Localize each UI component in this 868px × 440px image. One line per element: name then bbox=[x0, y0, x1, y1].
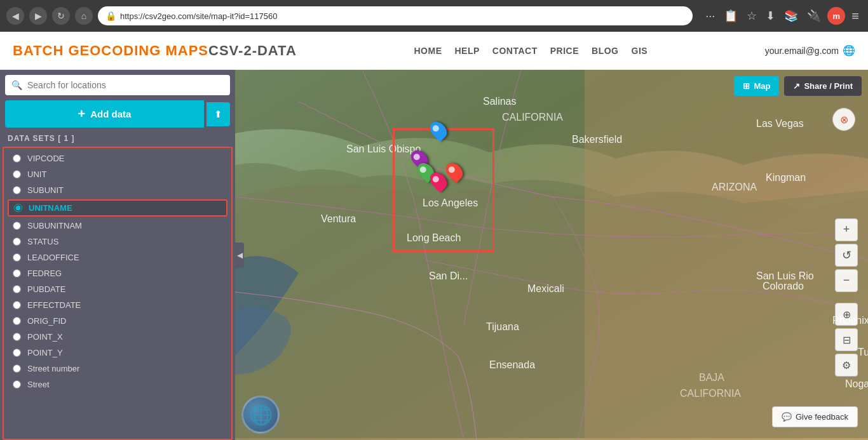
dataset-item-subunit[interactable]: SUBUNIT bbox=[4, 182, 231, 198]
download-button[interactable]: ⬇ bbox=[763, 8, 778, 24]
url-bar[interactable]: 🔒 https://csv2geo.com/site/map-it?id=117… bbox=[98, 6, 693, 25]
search-icon: 🔍 bbox=[11, 80, 22, 90]
dataset-radio-leadoffice[interactable] bbox=[13, 253, 21, 262]
collapse-handle[interactable]: ◀ bbox=[235, 243, 244, 268]
back-button[interactable]: ◀ bbox=[6, 7, 24, 25]
dataset-label-street number: Street number bbox=[27, 364, 79, 373]
dataset-label-orig_fid: ORIG_FID bbox=[27, 316, 66, 326]
dataset-radio-subunit[interactable] bbox=[13, 186, 21, 194]
map-area[interactable]: CALIFORNIA ARIZONA BAJA CALIFORNIA Salin… bbox=[235, 70, 868, 440]
dataset-radio-point_y[interactable] bbox=[13, 349, 21, 357]
map-view-button[interactable]: ⊞ Map bbox=[734, 76, 779, 96]
layers-button[interactable]: ⊟ bbox=[835, 328, 858, 351]
home-button[interactable]: ⌂ bbox=[75, 7, 93, 25]
zoom-in-button[interactable]: + bbox=[835, 218, 858, 241]
map-btn-label: Map bbox=[754, 81, 770, 91]
dataset-item-leadoffice[interactable]: LEADOFFICE bbox=[4, 250, 231, 265]
share-print-button[interactable]: ↗ Share / Print bbox=[784, 76, 862, 96]
svg-text:CALIFORNIA: CALIFORNIA bbox=[502, 112, 563, 123]
dataset-radio-vipcode[interactable] bbox=[13, 154, 21, 163]
location-target-button[interactable]: ⊕ bbox=[835, 303, 858, 326]
add-data-button[interactable]: + Add data bbox=[5, 100, 204, 128]
dataset-item-street[interactable]: Street bbox=[4, 377, 231, 392]
globe-icon: 🌐 bbox=[843, 44, 855, 57]
plus-icon: + bbox=[78, 107, 86, 121]
feedback-icon: 💬 bbox=[782, 412, 792, 422]
map-controls: ⊞ Map ↗ Share / Print bbox=[734, 76, 862, 96]
nav-gis[interactable]: GIS bbox=[632, 46, 648, 56]
feedback-button[interactable]: 💬 Give feedback bbox=[772, 406, 858, 427]
dataset-item-street_number[interactable]: Street number bbox=[4, 361, 231, 377]
svg-text:ARIZONA: ARIZONA bbox=[712, 182, 757, 192]
dataset-label-vipcode: VIPCODE bbox=[27, 154, 65, 163]
svg-text:Las Vegas: Las Vegas bbox=[756, 118, 804, 129]
globe-watermark: 🌐 bbox=[241, 396, 280, 434]
svg-text:CALIFORNIA: CALIFORNIA bbox=[680, 388, 741, 399]
dataset-item-effectdate[interactable]: EFFECTDATE bbox=[4, 297, 231, 313]
dataset-item-fedreg[interactable]: FEDREG bbox=[4, 265, 231, 281]
dataset-radio-effectdate[interactable] bbox=[13, 301, 21, 309]
app-logo: BATCH GEOCODING MAPS CSV-2-DATA bbox=[13, 43, 297, 59]
dataset-label-subunitnam: SUBUNITNAM bbox=[27, 221, 82, 230]
dataset-radio-fedreg[interactable] bbox=[13, 269, 21, 277]
dataset-label-effectdate: EFFECTDATE bbox=[27, 300, 81, 310]
user-email: your.email@g.com bbox=[765, 46, 839, 56]
dataset-radio-status[interactable] bbox=[13, 237, 21, 246]
dataset-item-vipcode[interactable]: VIPCODE bbox=[4, 150, 231, 166]
dataset-radio-street number[interactable] bbox=[13, 364, 21, 373]
extensions-button[interactable]: 🔌 bbox=[804, 8, 824, 24]
bookmark-button[interactable]: ☆ bbox=[744, 8, 759, 24]
dataset-radio-unit[interactable] bbox=[13, 170, 21, 178]
dataset-item-orig_fid[interactable]: ORIG_FID bbox=[4, 313, 231, 329]
pocket-button[interactable]: 📋 bbox=[721, 8, 740, 24]
nav-home[interactable]: HOME bbox=[414, 46, 442, 56]
nav-help[interactable]: HELP bbox=[455, 46, 480, 56]
svg-text:Bakersfield: Bakersfield bbox=[572, 134, 622, 145]
map-watermark: 🌐 bbox=[241, 396, 280, 434]
user-avatar[interactable]: m bbox=[827, 7, 845, 25]
svg-text:Tucson: Tucson bbox=[858, 347, 868, 357]
dataset-item-status[interactable]: STATUS bbox=[4, 234, 231, 250]
share-print-label: Share / Print bbox=[804, 81, 853, 91]
datasets-title: DATA SETS bbox=[8, 134, 58, 143]
nav-price[interactable]: PRICE bbox=[550, 46, 579, 56]
dataset-label-fedreg: FEDREG bbox=[27, 269, 62, 278]
svg-text:Salinas: Salinas bbox=[483, 96, 516, 107]
logo-gray: CSV-2-DATA bbox=[208, 43, 297, 59]
svg-text:BAJA: BAJA bbox=[699, 372, 724, 383]
sidebar: 🔍 + Add data ⬆ DATA SETS [ 1 ] VIPCODEUN… bbox=[0, 70, 235, 440]
zoom-reset-button[interactable]: ↺ bbox=[835, 244, 858, 267]
dataset-radio-orig_fid[interactable] bbox=[13, 317, 21, 325]
dataset-item-unit[interactable]: UNIT bbox=[4, 166, 231, 182]
dataset-item-point_x[interactable]: POINT_X bbox=[4, 329, 231, 345]
settings-button[interactable]: ⚙ bbox=[835, 354, 858, 377]
dataset-radio-street[interactable] bbox=[13, 380, 21, 389]
dataset-radio-subunitnam[interactable] bbox=[13, 222, 21, 230]
location-controls: ⊕ ⊟ ⚙ bbox=[835, 303, 858, 377]
dataset-label-unitname: UNITNAME bbox=[29, 203, 72, 213]
dataset-item-point_y[interactable]: POINT_Y bbox=[4, 345, 231, 361]
zoom-controls: + ↺ − bbox=[835, 218, 858, 292]
upload-button[interactable]: ⬆ bbox=[207, 102, 230, 126]
browser-menu-button[interactable]: ≡ bbox=[849, 8, 862, 25]
nav-blog[interactable]: BLOG bbox=[592, 46, 618, 56]
security-icon: 🔒 bbox=[105, 11, 116, 21]
share-icon: ↗ bbox=[793, 81, 800, 91]
dataset-radio-unitname[interactable] bbox=[14, 204, 22, 212]
dataset-label-point_y: POINT_Y bbox=[27, 348, 63, 357]
svg-text:Ensenada: Ensenada bbox=[489, 359, 535, 370]
dataset-item-pubdate[interactable]: PUBDATE bbox=[4, 281, 231, 297]
more-button[interactable]: ··· bbox=[703, 8, 717, 24]
dataset-radio-point_x[interactable] bbox=[13, 333, 21, 341]
nav-contact[interactable]: CONTACT bbox=[492, 46, 538, 56]
dataset-label-pubdate: PUBDATE bbox=[27, 284, 65, 294]
dataset-radio-pubdate[interactable] bbox=[13, 285, 21, 293]
svg-text:Los Angeles: Los Angeles bbox=[423, 197, 478, 208]
search-input[interactable] bbox=[27, 80, 224, 90]
dataset-item-unitname[interactable]: UNITNAME bbox=[8, 199, 227, 217]
zoom-out-button[interactable]: − bbox=[835, 269, 858, 292]
refresh-button[interactable]: ↻ bbox=[52, 7, 70, 25]
dataset-item-subunitnam[interactable]: SUBUNITNAM bbox=[4, 218, 231, 234]
forward-button[interactable]: ▶ bbox=[29, 7, 47, 25]
library-button[interactable]: 📚 bbox=[782, 8, 801, 24]
